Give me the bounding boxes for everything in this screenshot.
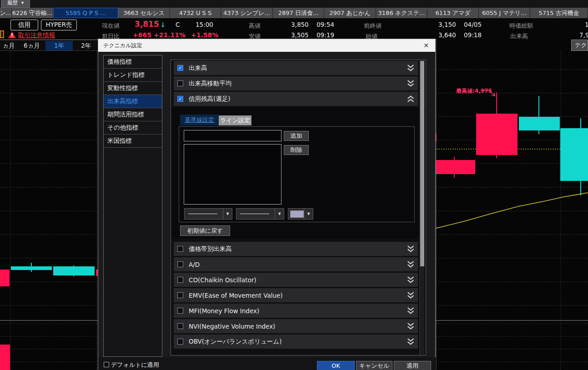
stock-tab-6113[interactable]: 6113 アマダ: [427, 8, 479, 18]
margin-flag-icon: [0, 30, 4, 38]
indicator-row-margin-balance[interactable]: ✓ 信用残高(週足): [174, 92, 418, 106]
current-price-label: 現在値: [102, 22, 120, 30]
sidebar-item-period[interactable]: 期間活用指標: [104, 108, 162, 121]
low-value: 3,505: [291, 31, 309, 39]
candlestick-up: [434, 160, 475, 174]
reset-defaults-button[interactable]: 初期値に戻す: [180, 225, 230, 236]
sidebar-item-other[interactable]: その他指標: [104, 121, 162, 135]
checkbox-unchecked[interactable]: ✓: [177, 277, 183, 283]
chevron-double-down-icon[interactable]: [406, 338, 415, 345]
scrollbar-track[interactable]: [419, 60, 424, 355]
checkbox-checked[interactable]: ✓: [177, 65, 183, 71]
chevron-double-down-icon[interactable]: [406, 307, 415, 314]
chevron-double-down-icon[interactable]: [406, 292, 415, 299]
indicator-row-mfi[interactable]: ✓ MFI(Money Flow Index): [174, 304, 418, 318]
scrollbar-thumb[interactable]: [420, 61, 424, 266]
indicator-row-obv[interactable]: ✓ OBV(オンーバランスボリューム): [174, 335, 418, 349]
candlestick-down: [519, 117, 560, 130]
sidebar-item-price[interactable]: 価格指標: [104, 55, 162, 69]
stock-tab-5595-selected[interactable]: 5595 Q P S ...: [53, 8, 118, 18]
period-tab-6months[interactable]: 6ヵ月: [19, 41, 45, 50]
checkbox-unchecked[interactable]: ✓: [177, 339, 183, 345]
indicator-row-price-volume[interactable]: ✓ 価格帯別出来高: [174, 242, 418, 256]
price-down-arrow-icon: ↓: [160, 21, 166, 29]
add-button[interactable]: 追加: [284, 131, 309, 141]
dialog-titlebar[interactable]: テクニカル設定 ✕: [98, 39, 435, 52]
open-value: 3,640: [438, 31, 456, 39]
sidebar-item-us[interactable]: 米国指標: [104, 135, 162, 148]
indicator-row-ad[interactable]: ✓ A/D: [174, 257, 418, 271]
sidebar-item-volume-selected[interactable]: 出来高指標: [104, 95, 162, 108]
stock-tab-6055[interactable]: 6055 J マテリ...: [479, 8, 530, 18]
hyper-sell-button[interactable]: HYPER売: [41, 20, 77, 30]
checkbox-unchecked[interactable]: ✓: [177, 323, 183, 329]
period-tab-1year-selected[interactable]: 1年: [45, 41, 73, 50]
apply-default-checkbox[interactable]: [104, 362, 109, 367]
baseline-settings-box: 追加 削除 ▼ ▼ ▼: [179, 126, 415, 222]
indicator-row-emv[interactable]: ✓ EMV(Ease of Movement Value): [174, 288, 418, 302]
line-color-dropdown[interactable]: ▼: [288, 208, 313, 220]
indicator-category-list: 価格指標 トレンド指標 変動性指標 出来高指標 期間活用指標 その他指標 米国指…: [103, 55, 162, 357]
close-icon[interactable]: ✕: [421, 41, 431, 50]
stock-tab-2907[interactable]: 2907 あじかん: [324, 8, 376, 18]
checkbox-unchecked[interactable]: ✓: [177, 308, 183, 314]
volume-value: 7,97: [579, 31, 588, 39]
delete-button[interactable]: 削除: [284, 145, 309, 155]
caret-down-icon: ▼: [21, 1, 24, 5]
volume-bar: [0, 345, 10, 370]
indicator-row-co[interactable]: ✓ CO(Chaikin Oscillator): [174, 273, 418, 287]
sidebar-item-trend[interactable]: トレンド指標: [104, 69, 162, 82]
indicator-row-nvi[interactable]: ✓ NVI(Negative Volume Index): [174, 319, 418, 333]
stock-tab-4732[interactable]: 4732 U S S: [170, 8, 221, 18]
baseline-value-input[interactable]: [184, 130, 281, 141]
stock-tabstrip: ン... 6226 守谷輸... 5595 Q P S ... 3663 セルシ…: [0, 8, 588, 18]
chevron-double-down-icon[interactable]: [406, 245, 415, 252]
indicator-row-volume-ma[interactable]: ✓ 出来高移動平均: [174, 76, 418, 90]
dialog-title: テクニカル設定: [103, 42, 142, 50]
chevron-double-up-icon[interactable]: [406, 95, 415, 102]
checkbox-unchecked[interactable]: ✓: [177, 292, 183, 298]
stock-tab-partial[interactable]: ン...: [0, 8, 12, 18]
stock-tab-4373[interactable]: 4373 シンプレ...: [221, 8, 273, 18]
stock-tab-5715[interactable]: 5715 古河機金: [530, 8, 588, 18]
line-width-dropdown[interactable]: ▼: [236, 208, 284, 220]
prev-close-label: 前終値: [364, 22, 382, 30]
stock-tab-6226[interactable]: 6226 守谷輸...: [12, 8, 53, 18]
history-dropdown-button[interactable]: 履歴 ▼: [1, 0, 30, 8]
chevron-double-down-icon[interactable]: [406, 276, 415, 283]
checkbox-unchecked[interactable]: ✓: [177, 246, 183, 252]
prev-close-value: 3,150: [438, 21, 456, 28]
technical-button[interactable]: テク: [571, 40, 588, 51]
apply-button[interactable]: 適用: [394, 361, 431, 370]
checkbox-checked[interactable]: ✓: [177, 96, 183, 102]
indicator-row-volume[interactable]: ✓ 出来高: [174, 61, 418, 75]
sidebar-item-volatility[interactable]: 変動性指標: [104, 82, 162, 95]
session-flag: C: [176, 21, 180, 28]
trade-warning-link[interactable]: 取引注意情報: [18, 31, 55, 40]
margin-balance-settings: 基準線設定 ライン設定 追加 削除 ▼ ▼: [171, 108, 426, 239]
baseline-listbox[interactable]: [184, 144, 281, 205]
line-style-dropdown[interactable]: ▼: [184, 208, 232, 220]
tab-baseline-settings[interactable]: 基準線設定: [180, 115, 219, 125]
change-percent-2: +1.58%: [191, 31, 218, 39]
chevron-double-down-icon[interactable]: [406, 323, 415, 330]
cancel-button[interactable]: キャンセル: [356, 361, 392, 370]
high-value: 3,850: [291, 21, 309, 28]
low-time: 09:19: [317, 31, 334, 39]
checkbox-unchecked[interactable]: ✓: [177, 80, 183, 86]
stock-tab-3186[interactable]: 3186 ネクステ...: [376, 8, 427, 18]
checkbox-unchecked[interactable]: ✓: [177, 261, 183, 267]
chevron-double-down-icon[interactable]: [406, 261, 415, 268]
chevron-double-down-icon[interactable]: [406, 80, 415, 87]
period-tab-2years[interactable]: 2年: [74, 41, 98, 50]
line-width-sample: [240, 214, 269, 214]
trading-app-window: 履歴 ▼ ン... 6226 守谷輸... 5595 Q P S ... 366…: [0, 0, 588, 370]
ok-button[interactable]: OK: [317, 361, 355, 370]
period-tab-months[interactable]: ヵ月: [0, 41, 17, 50]
credit-trade-button[interactable]: 信用: [10, 20, 38, 30]
tab-line-settings[interactable]: ライン設定: [219, 115, 251, 125]
stock-tab-2897[interactable]: 2897 日清食...: [273, 8, 324, 18]
chevron-double-down-icon[interactable]: [406, 65, 415, 71]
apply-default-label: デフォルトに適用: [111, 361, 159, 369]
stock-tab-3663[interactable]: 3663 セルシス: [118, 8, 170, 18]
